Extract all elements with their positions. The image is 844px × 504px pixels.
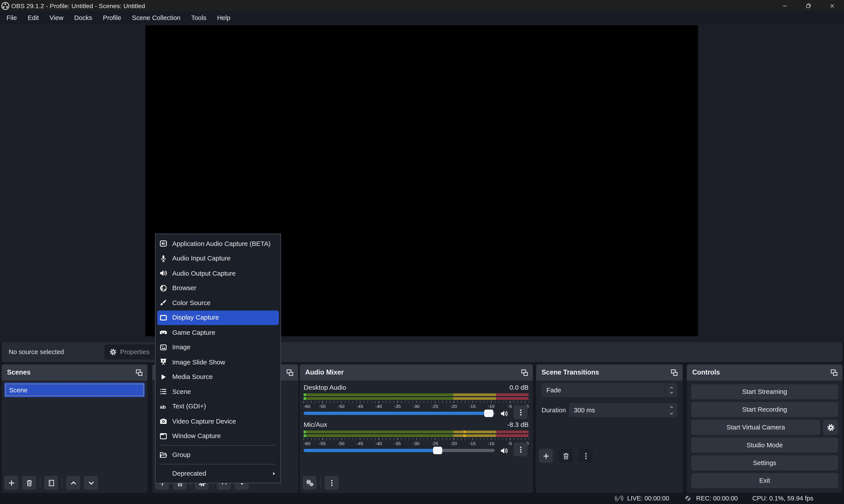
menu-item-label: Image Slide Show bbox=[172, 358, 225, 366]
start-streaming-button[interactable]: Start Streaming bbox=[691, 384, 838, 399]
scale-label: -40 bbox=[375, 403, 382, 409]
menu-item-audio-output-capture[interactable]: Audio Output Capture bbox=[156, 266, 281, 281]
volume-meter bbox=[304, 393, 528, 400]
mic-icon bbox=[159, 254, 167, 263]
menu-item-color-source[interactable]: Color Source bbox=[156, 295, 281, 310]
mute-toggle-button[interactable] bbox=[500, 446, 508, 455]
advanced-audio-button[interactable] bbox=[303, 476, 317, 490]
meter-scale-labels: -60-55-50-45-40-35-30-25-20-15-10-50 bbox=[304, 440, 528, 446]
controls-title: Controls bbox=[692, 368, 720, 376]
move-scene-down-button[interactable] bbox=[84, 476, 98, 490]
menubar-item-docks[interactable]: Docks bbox=[69, 11, 97, 24]
scale-label: -50 bbox=[338, 403, 344, 409]
controls-body: Start StreamingStart RecordingStart Virt… bbox=[687, 380, 842, 493]
scenes-list: Scene bbox=[2, 380, 147, 493]
menubar-item-file[interactable]: File bbox=[1, 11, 22, 24]
scene-list-item[interactable]: Scene bbox=[4, 383, 145, 397]
remove-scene-button[interactable] bbox=[22, 476, 36, 490]
popout-icon bbox=[830, 368, 838, 377]
menu-item-display-capture[interactable]: Display Capture bbox=[157, 310, 279, 325]
scenes-panel-header: Scenes bbox=[2, 364, 147, 380]
close-button[interactable] bbox=[821, 0, 844, 11]
menu-item-scene[interactable]: Scene bbox=[156, 384, 281, 399]
mute-toggle-button[interactable] bbox=[500, 409, 508, 418]
scale-label: -30 bbox=[413, 403, 419, 409]
scenes-popout-button[interactable] bbox=[134, 367, 144, 377]
transition-menu-button[interactable] bbox=[579, 449, 593, 463]
move-scene-up-button[interactable] bbox=[66, 476, 80, 490]
volume-slider[interactable] bbox=[304, 412, 495, 415]
menubar-item-scene-collection[interactable]: Scene Collection bbox=[127, 11, 186, 24]
sources-popout-button[interactable] bbox=[285, 367, 294, 377]
caret-up-icon bbox=[669, 405, 674, 409]
menu-item-video-capture-device[interactable]: Video Capture Device bbox=[156, 414, 281, 429]
menu-item-audio-input-capture[interactable]: Audio Input Capture bbox=[156, 251, 281, 266]
volume-slider[interactable] bbox=[304, 449, 495, 452]
channel-menu-button[interactable] bbox=[514, 443, 528, 456]
menubar-item-edit[interactable]: Edit bbox=[22, 11, 44, 24]
transition-select-carets[interactable] bbox=[665, 386, 677, 395]
menubar-item-view[interactable]: View bbox=[44, 11, 69, 24]
transitions-popout-button[interactable] bbox=[669, 367, 679, 377]
volume-slider-row bbox=[304, 409, 508, 418]
remove-transition-button[interactable] bbox=[559, 449, 573, 463]
menu-item-group[interactable]: Group bbox=[156, 448, 281, 462]
menu-item-browser[interactable]: Browser bbox=[156, 281, 281, 295]
cpu-fps-text: CPU: 0.1%, 59.94 fps bbox=[752, 495, 813, 502]
scale-label: -45 bbox=[357, 440, 363, 446]
scale-label: -15 bbox=[469, 403, 475, 409]
scene-filters-button[interactable] bbox=[44, 476, 58, 490]
volume-slider-handle[interactable] bbox=[484, 410, 493, 417]
dots-vertical-icon bbox=[582, 452, 590, 460]
duration-spinbox[interactable]: 300 ms bbox=[569, 403, 677, 417]
virtual-camera-config-button[interactable] bbox=[823, 420, 838, 435]
mixer-popout-button[interactable] bbox=[520, 367, 529, 377]
volume-slider-row bbox=[304, 446, 508, 455]
add-scene-button[interactable] bbox=[4, 476, 18, 490]
menu-item-image[interactable]: Image bbox=[156, 340, 281, 355]
controls-popout-button[interactable] bbox=[829, 367, 839, 377]
menu-item-game-capture[interactable]: Game Capture bbox=[156, 325, 281, 340]
properties-button[interactable]: Properties bbox=[104, 344, 156, 360]
menu-item-application-audio-capture-beta[interactable]: Application Audio Capture (BETA) bbox=[156, 236, 281, 251]
start-virtual-camera-button[interactable]: Start Virtual Camera bbox=[691, 420, 821, 435]
transition-selected-value: Fade bbox=[546, 386, 561, 394]
menu-item-media-source[interactable]: Media Source bbox=[156, 370, 281, 384]
obs-logo-icon bbox=[1, 1, 10, 10]
scene-transitions-title: Scene Transitions bbox=[541, 368, 599, 376]
menubar-item-tools[interactable]: Tools bbox=[186, 11, 212, 24]
scale-label: -15 bbox=[469, 440, 475, 446]
exit-button[interactable]: Exit bbox=[691, 473, 838, 488]
popout-icon bbox=[520, 368, 528, 377]
menubar-item-help[interactable]: Help bbox=[212, 11, 236, 24]
channel-menu-button[interactable] bbox=[514, 405, 528, 419]
volume-slider-fill bbox=[304, 412, 489, 415]
channel-db-value: -8.3 dB bbox=[507, 421, 528, 428]
submenu-arrow-icon bbox=[271, 471, 276, 476]
duration-spin-carets[interactable] bbox=[665, 405, 677, 415]
menu-item-image-slide-show[interactable]: Image Slide Show bbox=[156, 355, 281, 370]
meter-tick-marks bbox=[304, 438, 528, 440]
transition-select[interactable]: Fade bbox=[541, 383, 677, 397]
channel-db-value: 0.0 dB bbox=[509, 383, 528, 391]
controls-row: Start Recording bbox=[691, 402, 838, 417]
menubar-item-profile[interactable]: Profile bbox=[97, 11, 127, 24]
menu-item-text-gdi[interactable]: Text (GDI+) bbox=[156, 399, 281, 414]
trash-icon bbox=[25, 479, 33, 487]
volume-slider-handle[interactable] bbox=[433, 447, 442, 454]
scale-label: -50 bbox=[338, 440, 344, 446]
scale-label: -60 bbox=[304, 403, 310, 409]
minimize-button[interactable] bbox=[773, 0, 797, 11]
live-status: LIVE: 00:00:00 bbox=[615, 494, 669, 503]
mixer-menu-button[interactable] bbox=[324, 476, 339, 490]
restore-button[interactable] bbox=[797, 0, 821, 11]
studio-mode-button[interactable]: Studio Mode bbox=[691, 438, 838, 453]
start-recording-button[interactable]: Start Recording bbox=[691, 402, 838, 417]
volume-meter bbox=[304, 431, 528, 437]
settings-button[interactable]: Settings bbox=[691, 455, 838, 470]
scale-label: -20 bbox=[450, 403, 457, 409]
menu-item-window-capture[interactable]: Window Capture bbox=[156, 429, 281, 443]
menu-item-label: Display Capture bbox=[172, 314, 219, 321]
add-transition-button[interactable] bbox=[539, 449, 553, 463]
menu-item-deprecated[interactable]: Deprecated bbox=[156, 466, 281, 481]
